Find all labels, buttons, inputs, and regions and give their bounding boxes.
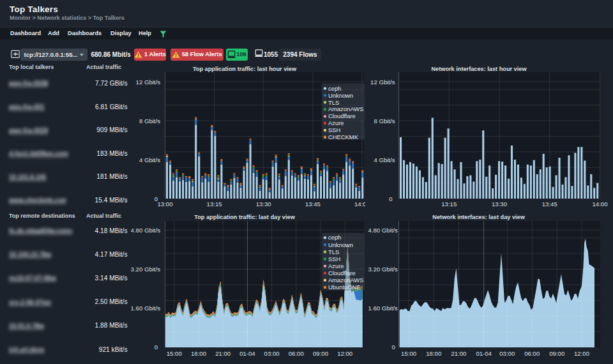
svg-text:Cloudflare: Cloudflare bbox=[328, 112, 356, 119]
svg-text:0: 0 bbox=[155, 344, 158, 351]
svg-text:13:15: 13:15 bbox=[441, 201, 457, 208]
svg-text:SSH: SSH bbox=[328, 126, 340, 133]
svg-text:01-04: 01-04 bbox=[239, 350, 255, 357]
svg-text:4 Gbit/s: 4 Gbit/s bbox=[374, 156, 395, 163]
svg-text:3.20 Gbit/s: 3.20 Gbit/s bbox=[131, 266, 160, 273]
svg-text:0: 0 bbox=[389, 195, 392, 202]
svg-text:21:00: 21:00 bbox=[451, 350, 466, 357]
svg-text:12 Gbit/s: 12 Gbit/s bbox=[136, 79, 161, 86]
svg-text:4.80 Gbit/s: 4.80 Gbit/s bbox=[368, 227, 398, 234]
svg-text:18:00: 18:00 bbox=[426, 350, 441, 357]
svg-text:09:00: 09:00 bbox=[313, 350, 328, 357]
svg-text:13:15: 13:15 bbox=[207, 201, 222, 208]
svg-text:TLS: TLS bbox=[328, 248, 339, 255]
svg-text:8 Gbit/s: 8 Gbit/s bbox=[374, 118, 395, 125]
svg-text:Top application traffic: last: Top application traffic: last hour view bbox=[193, 66, 297, 72]
svg-text:3.20 Gbit/s: 3.20 Gbit/s bbox=[368, 266, 398, 273]
svg-text:13:45: 13:45 bbox=[542, 201, 557, 208]
svg-text:06:00: 06:00 bbox=[289, 350, 304, 357]
svg-text:09:00: 09:00 bbox=[549, 350, 564, 357]
svg-text:21:00: 21:00 bbox=[215, 350, 231, 357]
svg-text:Network interfaces: last day v: Network interfaces: last day view bbox=[432, 214, 525, 220]
svg-text:ceph: ceph bbox=[328, 234, 341, 241]
svg-text:4.80 Gbit/s: 4.80 Gbit/s bbox=[131, 227, 160, 234]
svg-text:1.60 Gbit/s: 1.60 Gbit/s bbox=[131, 305, 160, 312]
svg-text:13:30: 13:30 bbox=[492, 201, 507, 208]
svg-text:06:00: 06:00 bbox=[524, 350, 540, 357]
svg-text:03:00: 03:00 bbox=[264, 350, 280, 357]
svg-text:1.60 Gbit/s: 1.60 Gbit/s bbox=[368, 305, 398, 312]
svg-text:Azure: Azure bbox=[328, 262, 344, 269]
svg-text:01-04: 01-04 bbox=[476, 350, 492, 357]
svg-text:13:30: 13:30 bbox=[256, 201, 271, 208]
svg-text:AmazonAWS: AmazonAWS bbox=[328, 277, 363, 284]
svg-text:CHECKMK: CHECKMK bbox=[328, 133, 359, 140]
svg-text:TLS: TLS bbox=[328, 99, 339, 106]
svg-text:13:00: 13:00 bbox=[157, 201, 172, 208]
svg-text:15:00: 15:00 bbox=[167, 350, 182, 357]
svg-text:0: 0 bbox=[391, 344, 395, 351]
svg-text:UbuntuONE: UbuntuONE bbox=[328, 284, 361, 291]
svg-text:Unknown: Unknown bbox=[328, 92, 353, 99]
svg-text:12:00: 12:00 bbox=[574, 350, 589, 357]
svg-text:Cloudflare: Cloudflare bbox=[328, 269, 356, 277]
svg-text:SSH: SSH bbox=[328, 255, 340, 262]
svg-text:12:00: 12:00 bbox=[337, 350, 352, 357]
svg-text:Azure: Azure bbox=[328, 119, 344, 126]
svg-text:14:00: 14:00 bbox=[354, 201, 365, 208]
svg-text:AmazonAWS: AmazonAWS bbox=[328, 105, 363, 112]
svg-text:14:00: 14:00 bbox=[592, 201, 607, 208]
svg-text:8 Gbit/s: 8 Gbit/s bbox=[139, 118, 160, 125]
svg-text:03:00: 03:00 bbox=[499, 350, 515, 357]
svg-text:18:00: 18:00 bbox=[191, 350, 206, 357]
svg-text:Top application traffic: last: Top application traffic: last day view bbox=[194, 214, 295, 220]
svg-text:Unknown: Unknown bbox=[328, 241, 353, 248]
svg-text:13:45: 13:45 bbox=[305, 201, 321, 208]
svg-text:15:00: 15:00 bbox=[401, 350, 416, 357]
svg-text:12 Gbit/s: 12 Gbit/s bbox=[370, 79, 395, 86]
svg-text:4 Gbit/s: 4 Gbit/s bbox=[139, 156, 160, 163]
svg-text:ceph: ceph bbox=[328, 85, 341, 92]
svg-text:Network interfaces: last hour: Network interfaces: last hour view bbox=[431, 66, 527, 72]
